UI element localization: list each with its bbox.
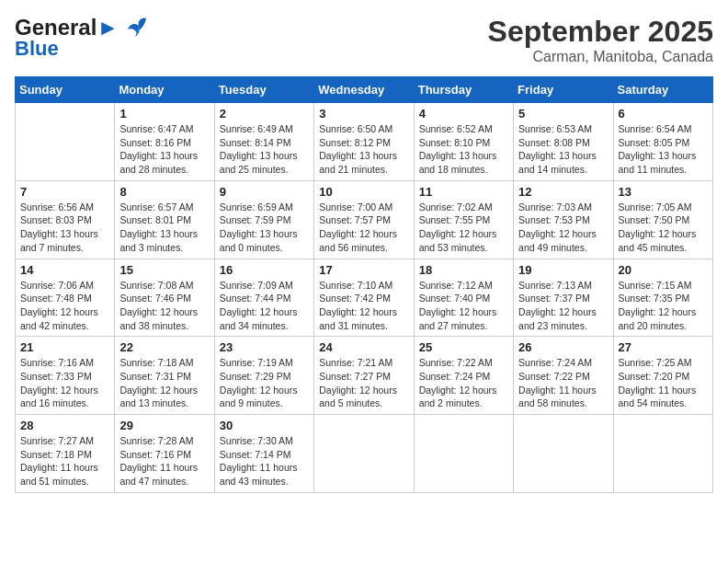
- calendar-cell: 19Sunrise: 7:13 AMSunset: 7:37 PMDayligh…: [514, 259, 613, 337]
- day-number: 2: [220, 107, 309, 121]
- day-number: 5: [518, 107, 608, 121]
- day-number: 11: [419, 185, 508, 199]
- logo: General► Blue: [15, 15, 150, 61]
- day-info: Sunrise: 7:13 AMSunset: 7:37 PMDaylight:…: [518, 279, 608, 333]
- day-info: Sunrise: 7:28 AMSunset: 7:16 PMDaylight:…: [119, 434, 209, 488]
- day-header-tuesday: Tuesday: [214, 77, 313, 103]
- calendar-cell: 12Sunrise: 7:03 AMSunset: 7:53 PMDayligh…: [514, 180, 613, 259]
- day-number: 10: [319, 185, 408, 199]
- calendar-cell: [414, 415, 513, 493]
- calendar-week-5: 28Sunrise: 7:27 AMSunset: 7:18 PMDayligh…: [16, 415, 713, 493]
- day-info: Sunrise: 6:59 AMSunset: 7:59 PMDaylight:…: [220, 201, 309, 255]
- day-number: 19: [518, 263, 608, 277]
- day-info: Sunrise: 7:00 AMSunset: 7:57 PMDaylight:…: [319, 201, 408, 255]
- calendar-cell: 24Sunrise: 7:21 AMSunset: 7:27 PMDayligh…: [314, 337, 414, 415]
- day-info: Sunrise: 6:52 AMSunset: 8:10 PMDaylight:…: [419, 122, 508, 177]
- day-info: Sunrise: 7:10 AMSunset: 7:42 PMDaylight:…: [319, 279, 408, 333]
- day-number: 4: [419, 107, 508, 121]
- calendar-cell: 25Sunrise: 7:22 AMSunset: 7:24 PMDayligh…: [414, 337, 513, 415]
- day-number: 17: [319, 263, 408, 277]
- day-header-thursday: Thursday: [414, 77, 513, 103]
- calendar-cell: 17Sunrise: 7:10 AMSunset: 7:42 PMDayligh…: [314, 259, 414, 337]
- calendar-cell: 7Sunrise: 6:56 AMSunset: 8:03 PMDaylight…: [16, 180, 115, 259]
- day-number: 27: [619, 340, 708, 354]
- calendar-cell: 22Sunrise: 7:18 AMSunset: 7:31 PMDayligh…: [115, 337, 214, 415]
- calendar-cell: 2Sunrise: 6:49 AMSunset: 8:14 PMDaylight…: [214, 103, 313, 181]
- calendar-cell: [613, 415, 712, 493]
- day-number: 6: [619, 107, 708, 121]
- calendar-cell: 28Sunrise: 7:27 AMSunset: 7:18 PMDayligh…: [16, 415, 115, 493]
- day-info: Sunrise: 7:22 AMSunset: 7:24 PMDaylight:…: [419, 356, 508, 410]
- calendar-cell: 29Sunrise: 7:28 AMSunset: 7:16 PMDayligh…: [115, 415, 214, 493]
- day-number: 28: [20, 419, 109, 432]
- day-number: 3: [319, 107, 408, 121]
- calendar-header-row: SundayMondayTuesdayWednesdayThursdayFrid…: [16, 77, 713, 103]
- day-number: 7: [20, 185, 109, 199]
- day-header-monday: Monday: [115, 77, 214, 103]
- day-info: Sunrise: 7:18 AMSunset: 7:31 PMDaylight:…: [119, 356, 209, 410]
- day-number: 23: [220, 340, 309, 354]
- day-info: Sunrise: 6:56 AMSunset: 8:03 PMDaylight:…: [20, 201, 109, 255]
- day-number: 13: [619, 185, 708, 199]
- calendar-cell: 10Sunrise: 7:00 AMSunset: 7:57 PMDayligh…: [314, 180, 414, 259]
- day-info: Sunrise: 7:09 AMSunset: 7:44 PMDaylight:…: [220, 279, 309, 333]
- calendar-week-1: 1Sunrise: 6:47 AMSunset: 8:16 PMDaylight…: [16, 103, 713, 181]
- day-header-saturday: Saturday: [613, 77, 712, 103]
- day-info: Sunrise: 7:08 AMSunset: 7:46 PMDaylight:…: [119, 279, 209, 333]
- logo-blue: Blue: [15, 37, 59, 61]
- day-info: Sunrise: 7:03 AMSunset: 7:53 PMDaylight:…: [518, 201, 608, 255]
- day-header-friday: Friday: [514, 77, 613, 103]
- day-number: 30: [220, 419, 309, 432]
- calendar-cell: 4Sunrise: 6:52 AMSunset: 8:10 PMDaylight…: [414, 103, 513, 181]
- calendar-cell: 9Sunrise: 6:59 AMSunset: 7:59 PMDaylight…: [214, 180, 313, 259]
- day-number: 1: [119, 107, 209, 121]
- day-info: Sunrise: 6:47 AMSunset: 8:16 PMDaylight:…: [119, 122, 209, 177]
- day-info: Sunrise: 7:24 AMSunset: 7:22 PMDaylight:…: [518, 356, 608, 410]
- calendar-cell: 23Sunrise: 7:19 AMSunset: 7:29 PMDayligh…: [214, 337, 313, 415]
- day-number: 15: [119, 263, 209, 277]
- day-header-sunday: Sunday: [16, 77, 115, 103]
- day-number: 8: [119, 185, 209, 199]
- calendar-cell: 5Sunrise: 6:53 AMSunset: 8:08 PMDaylight…: [514, 103, 613, 181]
- calendar-cell: 20Sunrise: 7:15 AMSunset: 7:35 PMDayligh…: [613, 259, 712, 337]
- day-info: Sunrise: 6:57 AMSunset: 8:01 PMDaylight:…: [119, 201, 209, 255]
- day-info: Sunrise: 7:30 AMSunset: 7:14 PMDaylight:…: [220, 434, 309, 488]
- day-info: Sunrise: 7:05 AMSunset: 7:50 PMDaylight:…: [619, 201, 708, 255]
- day-number: 26: [518, 340, 608, 354]
- day-info: Sunrise: 6:54 AMSunset: 8:05 PMDaylight:…: [619, 122, 708, 177]
- calendar-cell: 21Sunrise: 7:16 AMSunset: 7:33 PMDayligh…: [16, 337, 115, 415]
- page-header: General► Blue September 2025 Carman, Man…: [15, 15, 713, 65]
- calendar-cell: 26Sunrise: 7:24 AMSunset: 7:22 PMDayligh…: [514, 337, 613, 415]
- day-number: 25: [419, 340, 508, 354]
- day-info: Sunrise: 7:12 AMSunset: 7:40 PMDaylight:…: [419, 279, 508, 333]
- calendar-week-2: 7Sunrise: 6:56 AMSunset: 8:03 PMDaylight…: [16, 180, 713, 259]
- day-header-wednesday: Wednesday: [314, 77, 414, 103]
- calendar-cell: 8Sunrise: 6:57 AMSunset: 8:01 PMDaylight…: [115, 180, 214, 259]
- day-number: 22: [119, 340, 209, 354]
- location: Carman, Manitoba, Canada: [488, 49, 713, 65]
- day-info: Sunrise: 7:21 AMSunset: 7:27 PMDaylight:…: [319, 356, 408, 410]
- day-number: 21: [20, 340, 109, 354]
- day-number: 29: [119, 419, 209, 432]
- day-info: Sunrise: 7:27 AMSunset: 7:18 PMDaylight:…: [20, 434, 109, 488]
- day-info: Sunrise: 6:50 AMSunset: 8:12 PMDaylight:…: [319, 122, 408, 177]
- day-number: 16: [220, 263, 309, 277]
- day-info: Sunrise: 7:25 AMSunset: 7:20 PMDaylight:…: [619, 356, 708, 410]
- calendar-cell: 3Sunrise: 6:50 AMSunset: 8:12 PMDaylight…: [314, 103, 414, 181]
- calendar-cell: 18Sunrise: 7:12 AMSunset: 7:40 PMDayligh…: [414, 259, 513, 337]
- day-info: Sunrise: 7:19 AMSunset: 7:29 PMDaylight:…: [220, 356, 309, 410]
- day-info: Sunrise: 7:02 AMSunset: 7:55 PMDaylight:…: [419, 201, 508, 255]
- calendar-cell: [16, 103, 115, 181]
- day-info: Sunrise: 7:16 AMSunset: 7:33 PMDaylight:…: [20, 356, 109, 410]
- calendar-cell: 30Sunrise: 7:30 AMSunset: 7:14 PMDayligh…: [214, 415, 313, 493]
- calendar-body: 1Sunrise: 6:47 AMSunset: 8:16 PMDaylight…: [16, 103, 713, 493]
- day-info: Sunrise: 7:15 AMSunset: 7:35 PMDaylight:…: [619, 279, 708, 333]
- calendar-cell: 27Sunrise: 7:25 AMSunset: 7:20 PMDayligh…: [613, 337, 712, 415]
- calendar-week-4: 21Sunrise: 7:16 AMSunset: 7:33 PMDayligh…: [16, 337, 713, 415]
- calendar-cell: 1Sunrise: 6:47 AMSunset: 8:16 PMDaylight…: [115, 103, 214, 181]
- calendar-cell: 13Sunrise: 7:05 AMSunset: 7:50 PMDayligh…: [613, 180, 712, 259]
- calendar-cell: 16Sunrise: 7:09 AMSunset: 7:44 PMDayligh…: [214, 259, 313, 337]
- calendar-cell: 6Sunrise: 6:54 AMSunset: 8:05 PMDaylight…: [613, 103, 712, 181]
- calendar-cell: [314, 415, 414, 493]
- logo-bird-icon: [120, 15, 150, 40]
